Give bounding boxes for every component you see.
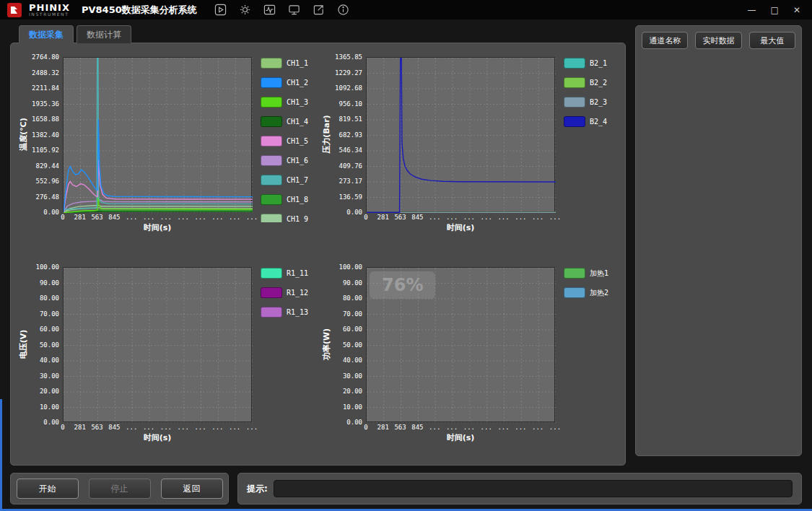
phinix-logo-icon (7, 3, 22, 17)
y-tick: 136.59 (339, 193, 362, 201)
y-axis-label: 功率(W) (320, 267, 332, 458)
x-axis-label: 时间(s) (366, 222, 555, 233)
y-tick: 30.00 (40, 372, 59, 380)
y-tick: 10.00 (40, 403, 59, 411)
y-tick: 100.00 (339, 263, 362, 271)
tab-data-acquisition[interactable]: 数据采集 (19, 25, 74, 43)
legend-swatch (261, 175, 282, 185)
legend-swatch (261, 155, 282, 166)
chart-legend: B2_1B2_2B2_3B2_4 (564, 57, 620, 222)
y-tick: 60.00 (40, 326, 59, 333)
legend-item: CH1_4 (261, 116, 317, 127)
y-tick: 2211.84 (32, 84, 59, 92)
plot-area (366, 57, 555, 212)
legend-swatch (261, 214, 282, 222)
y-tick: 1365.85 (335, 53, 362, 61)
window-border-left (0, 399, 2, 511)
x-tick: ... (126, 214, 137, 221)
legend-item: CH1_7 (261, 175, 317, 185)
x-tick: 281 (377, 214, 389, 221)
stop-button[interactable]: 停止 (89, 479, 151, 499)
legend-label: CH1_7 (287, 176, 308, 184)
max-value-button[interactable]: 最大值 (749, 32, 795, 49)
y-tick: 50.00 (40, 341, 59, 349)
legend-item: R1_11 (261, 268, 317, 279)
export-icon[interactable] (313, 4, 326, 17)
x-tick: 563 (91, 214, 102, 221)
legend-label: CH1_5 (287, 137, 308, 145)
x-tick: 845 (108, 214, 120, 221)
legend-label: R1_12 (287, 289, 308, 297)
titlebar: PHINIX INSTRUMENT PV8450数据采集分析系统 (0, 0, 812, 19)
x-axis-ticks: 0281563845........................ (366, 212, 555, 222)
run-icon[interactable] (214, 4, 227, 17)
maximize-button[interactable]: □ (771, 6, 779, 14)
y-tick: 60.00 (343, 326, 362, 333)
monitor-icon[interactable] (288, 4, 301, 17)
y-tick: 552.96 (35, 178, 59, 185)
y-tick: 1935.36 (32, 100, 59, 108)
y-tick: 273.17 (339, 178, 362, 185)
x-tick: ... (429, 424, 440, 431)
y-axis-ticks: 0.00276.48552.96829.441105.921382.401658… (29, 57, 63, 212)
y-tick: 1229.27 (335, 69, 362, 77)
y-tick: 20.00 (343, 388, 362, 396)
legend-label: CH1_9 (287, 215, 308, 222)
minimize-button[interactable]: — (748, 6, 756, 14)
x-tick: 0 (364, 214, 367, 221)
legend-item: 加热2 (564, 287, 620, 298)
main-content: 数据采集 数据计算 温度(℃) 0.00276.48552.96829.4411… (0, 25, 812, 466)
tab-data-calculation[interactable]: 数据计算 (77, 25, 131, 43)
legend-item: CH1_2 (261, 77, 317, 88)
legend-label: CH1_4 (287, 118, 308, 126)
pressure-chart: 压力(Bar) 0.00136.59273.17409.76546.34682.… (320, 51, 620, 248)
y-tick: 819.51 (339, 115, 362, 123)
x-tick: ... (497, 424, 509, 431)
x-tick: ... (515, 424, 526, 431)
x-tick: ... (246, 424, 258, 431)
x-tick: 281 (377, 424, 389, 431)
close-button[interactable]: ✕ (793, 6, 800, 14)
legend-swatch (261, 268, 282, 279)
progress-overlay: 76% (370, 271, 435, 299)
legend-label: CH1_3 (287, 98, 308, 106)
realtime-data-button[interactable]: 实时数据 (695, 32, 741, 49)
x-tick: 281 (74, 214, 86, 221)
legend-item: B2_4 (564, 116, 620, 127)
y-tick: 20.00 (40, 388, 59, 396)
x-tick: 0 (364, 424, 367, 431)
x-tick: ... (481, 214, 492, 221)
x-tick: 563 (91, 424, 102, 431)
data-table-panel: 通道名称 实时数据 最大值 (635, 25, 802, 456)
x-tick: ... (194, 424, 206, 431)
x-axis-label: 时间(s) (63, 222, 252, 233)
x-tick: ... (160, 214, 172, 221)
hint-input[interactable] (274, 480, 793, 497)
legend-label: CH1_8 (287, 196, 308, 204)
legend-item: B2_2 (564, 77, 620, 88)
legend-swatch (261, 136, 282, 147)
legend-item: CH1_5 (261, 136, 317, 147)
tab-bar: 数据采集 数据计算 (19, 25, 626, 43)
x-tick: ... (143, 424, 154, 431)
legend-label: R1_13 (287, 308, 308, 316)
chart-legend: CH1_1CH1_2CH1_3CH1_4CH1_5CH1_6CH1_7CH1_8… (261, 57, 317, 222)
y-tick: 1105.92 (32, 147, 59, 154)
x-tick: 845 (411, 214, 423, 221)
y-tick: 90.00 (343, 279, 362, 287)
info-icon[interactable] (337, 4, 350, 17)
chart-legend: R1_11R1_12R1_13 (261, 267, 317, 432)
window-controls: — □ ✕ (748, 6, 805, 14)
y-tick: 2764.80 (32, 53, 59, 61)
y-tick: 829.44 (35, 162, 59, 170)
app-title: PV8450数据采集分析系统 (82, 4, 197, 17)
back-button[interactable]: 返回 (161, 479, 223, 499)
legend-label: 加热1 (590, 268, 608, 279)
settings-gear-icon[interactable] (239, 4, 252, 17)
start-button[interactable]: 开始 (17, 479, 79, 499)
legend-item: CH1_9 (261, 214, 317, 222)
x-tick: ... (515, 214, 526, 221)
channel-name-button[interactable]: 通道名称 (642, 32, 688, 49)
waveform-icon[interactable] (263, 4, 276, 17)
x-tick: ... (497, 214, 509, 221)
